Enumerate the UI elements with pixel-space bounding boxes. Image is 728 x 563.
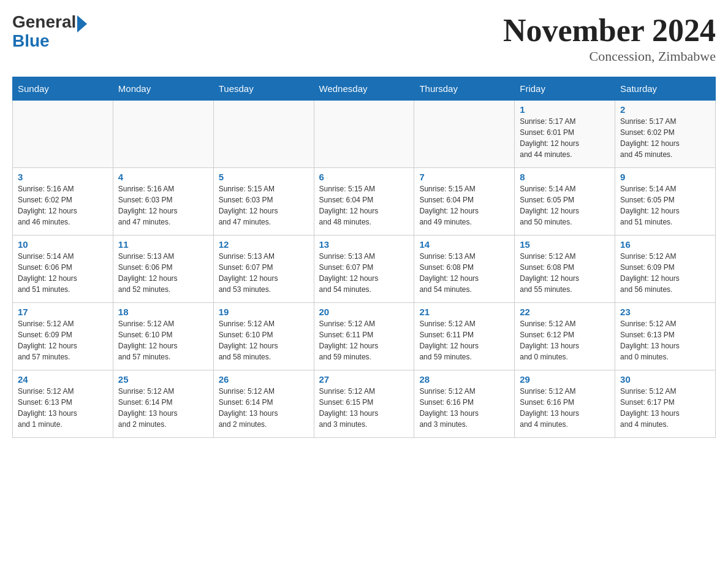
day-info: Sunrise: 5:16 AM Sunset: 6:03 PM Dayligh…	[118, 183, 208, 228]
day-number: 12	[219, 239, 309, 250]
calendar-cell	[213, 101, 314, 168]
day-number: 19	[219, 307, 309, 317]
weekday-header-wednesday: Wednesday	[314, 77, 414, 101]
day-number: 11	[118, 239, 208, 250]
calendar-cell: 14Sunrise: 5:13 AM Sunset: 6:08 PM Dayli…	[414, 236, 515, 303]
day-info: Sunrise: 5:12 AM Sunset: 6:10 PM Dayligh…	[219, 318, 309, 362]
calendar-cell: 19Sunrise: 5:12 AM Sunset: 6:10 PM Dayli…	[213, 303, 314, 370]
calendar-cell: 1Sunrise: 5:17 AM Sunset: 6:01 PM Daylig…	[515, 101, 615, 168]
day-info: Sunrise: 5:12 AM Sunset: 6:09 PM Dayligh…	[620, 251, 710, 295]
page-header: General Blue November 2024 Concession, Z…	[12, 12, 716, 64]
day-number: 18	[118, 307, 208, 317]
calendar-week-row-2: 10Sunrise: 5:14 AM Sunset: 6:06 PM Dayli…	[13, 236, 716, 303]
day-number: 28	[419, 374, 509, 385]
logo-arrow-icon	[77, 15, 87, 33]
day-info: Sunrise: 5:14 AM Sunset: 6:05 PM Dayligh…	[520, 183, 610, 228]
day-info: Sunrise: 5:12 AM Sunset: 6:13 PM Dayligh…	[620, 318, 710, 362]
calendar-cell: 23Sunrise: 5:12 AM Sunset: 6:13 PM Dayli…	[615, 303, 716, 370]
calendar-cell: 12Sunrise: 5:13 AM Sunset: 6:07 PM Dayli…	[213, 236, 314, 303]
day-number: 4	[118, 172, 208, 182]
day-number: 20	[319, 307, 409, 317]
day-number: 27	[319, 374, 409, 385]
day-info: Sunrise: 5:12 AM Sunset: 6:11 PM Dayligh…	[419, 318, 509, 362]
day-info: Sunrise: 5:15 AM Sunset: 6:04 PM Dayligh…	[319, 183, 409, 228]
day-info: Sunrise: 5:12 AM Sunset: 6:15 PM Dayligh…	[319, 386, 409, 430]
day-info: Sunrise: 5:17 AM Sunset: 6:02 PM Dayligh…	[620, 116, 710, 160]
day-number: 16	[620, 239, 710, 250]
calendar-week-row-4: 24Sunrise: 5:12 AM Sunset: 6:13 PM Dayli…	[13, 370, 716, 438]
day-info: Sunrise: 5:12 AM Sunset: 6:12 PM Dayligh…	[520, 318, 610, 362]
day-info: Sunrise: 5:13 AM Sunset: 6:06 PM Dayligh…	[118, 251, 208, 295]
day-info: Sunrise: 5:13 AM Sunset: 6:07 PM Dayligh…	[219, 251, 309, 295]
calendar-cell: 25Sunrise: 5:12 AM Sunset: 6:14 PM Dayli…	[113, 370, 213, 438]
day-info: Sunrise: 5:14 AM Sunset: 6:06 PM Dayligh…	[18, 251, 108, 295]
calendar-cell	[13, 101, 113, 168]
calendar-cell: 24Sunrise: 5:12 AM Sunset: 6:13 PM Dayli…	[13, 370, 113, 438]
calendar-week-row-3: 17Sunrise: 5:12 AM Sunset: 6:09 PM Dayli…	[13, 303, 716, 370]
day-info: Sunrise: 5:12 AM Sunset: 6:13 PM Dayligh…	[18, 386, 108, 430]
day-info: Sunrise: 5:13 AM Sunset: 6:08 PM Dayligh…	[419, 251, 509, 295]
day-info: Sunrise: 5:12 AM Sunset: 6:11 PM Dayligh…	[319, 318, 409, 362]
day-number: 26	[219, 374, 309, 385]
calendar-cell: 11Sunrise: 5:13 AM Sunset: 6:06 PM Dayli…	[113, 236, 213, 303]
calendar-cell	[414, 101, 515, 168]
day-number: 13	[319, 239, 409, 250]
calendar-cell: 6Sunrise: 5:15 AM Sunset: 6:04 PM Daylig…	[314, 168, 414, 236]
weekday-header-sunday: Sunday	[13, 77, 113, 101]
day-number: 21	[419, 307, 509, 317]
calendar-cell: 10Sunrise: 5:14 AM Sunset: 6:06 PM Dayli…	[13, 236, 113, 303]
calendar-cell: 7Sunrise: 5:15 AM Sunset: 6:04 PM Daylig…	[414, 168, 515, 236]
day-info: Sunrise: 5:12 AM Sunset: 6:10 PM Dayligh…	[118, 318, 208, 362]
calendar-week-row-0: 1Sunrise: 5:17 AM Sunset: 6:01 PM Daylig…	[13, 101, 716, 168]
calendar-cell: 13Sunrise: 5:13 AM Sunset: 6:07 PM Dayli…	[314, 236, 414, 303]
weekday-header-monday: Monday	[113, 77, 213, 101]
calendar-cell: 26Sunrise: 5:12 AM Sunset: 6:14 PM Dayli…	[213, 370, 314, 438]
calendar-cell: 21Sunrise: 5:12 AM Sunset: 6:11 PM Dayli…	[414, 303, 515, 370]
day-number: 24	[18, 374, 108, 385]
calendar-table: SundayMondayTuesdayWednesdayThursdayFrid…	[12, 77, 716, 438]
calendar-cell: 28Sunrise: 5:12 AM Sunset: 6:16 PM Dayli…	[414, 370, 515, 438]
day-info: Sunrise: 5:16 AM Sunset: 6:02 PM Dayligh…	[18, 183, 108, 228]
day-number: 6	[319, 172, 409, 182]
day-number: 9	[620, 172, 710, 182]
day-number: 29	[520, 374, 610, 385]
day-info: Sunrise: 5:12 AM Sunset: 6:08 PM Dayligh…	[520, 251, 610, 295]
day-number: 22	[520, 307, 610, 317]
day-info: Sunrise: 5:12 AM Sunset: 6:14 PM Dayligh…	[118, 386, 208, 430]
calendar-cell: 18Sunrise: 5:12 AM Sunset: 6:10 PM Dayli…	[113, 303, 213, 370]
location-title: Concession, Zimbabwe	[503, 48, 716, 64]
weekday-header-row: SundayMondayTuesdayWednesdayThursdayFrid…	[13, 77, 716, 101]
calendar-cell	[113, 101, 213, 168]
calendar-cell: 22Sunrise: 5:12 AM Sunset: 6:12 PM Dayli…	[515, 303, 615, 370]
day-number: 23	[620, 307, 710, 317]
weekday-header-thursday: Thursday	[414, 77, 515, 101]
logo-general-text: General	[12, 12, 76, 31]
day-number: 30	[620, 374, 710, 385]
day-info: Sunrise: 5:12 AM Sunset: 6:16 PM Dayligh…	[419, 386, 509, 430]
day-info: Sunrise: 5:12 AM Sunset: 6:16 PM Dayligh…	[520, 386, 610, 430]
day-info: Sunrise: 5:14 AM Sunset: 6:05 PM Dayligh…	[620, 183, 710, 228]
day-info: Sunrise: 5:15 AM Sunset: 6:04 PM Dayligh…	[419, 183, 509, 228]
day-info: Sunrise: 5:12 AM Sunset: 6:14 PM Dayligh…	[219, 386, 309, 430]
weekday-header-saturday: Saturday	[615, 77, 716, 101]
day-number: 1	[520, 104, 610, 115]
calendar-cell: 9Sunrise: 5:14 AM Sunset: 6:05 PM Daylig…	[615, 168, 716, 236]
day-info: Sunrise: 5:12 AM Sunset: 6:09 PM Dayligh…	[18, 318, 108, 362]
calendar-cell: 8Sunrise: 5:14 AM Sunset: 6:05 PM Daylig…	[515, 168, 615, 236]
calendar-cell: 4Sunrise: 5:16 AM Sunset: 6:03 PM Daylig…	[113, 168, 213, 236]
calendar-cell	[314, 101, 414, 168]
day-number: 3	[18, 172, 108, 182]
calendar-cell: 5Sunrise: 5:15 AM Sunset: 6:03 PM Daylig…	[213, 168, 314, 236]
day-info: Sunrise: 5:15 AM Sunset: 6:03 PM Dayligh…	[219, 183, 309, 228]
day-number: 5	[219, 172, 309, 182]
calendar-cell: 27Sunrise: 5:12 AM Sunset: 6:15 PM Dayli…	[314, 370, 414, 438]
weekday-header-tuesday: Tuesday	[213, 77, 314, 101]
title-section: November 2024 Concession, Zimbabwe	[503, 12, 716, 64]
day-number: 15	[520, 239, 610, 250]
day-number: 8	[520, 172, 610, 182]
calendar-cell: 30Sunrise: 5:12 AM Sunset: 6:17 PM Dayli…	[615, 370, 716, 438]
day-number: 17	[18, 307, 108, 317]
day-number: 14	[419, 239, 509, 250]
calendar-cell: 16Sunrise: 5:12 AM Sunset: 6:09 PM Dayli…	[615, 236, 716, 303]
day-info: Sunrise: 5:13 AM Sunset: 6:07 PM Dayligh…	[319, 251, 409, 295]
